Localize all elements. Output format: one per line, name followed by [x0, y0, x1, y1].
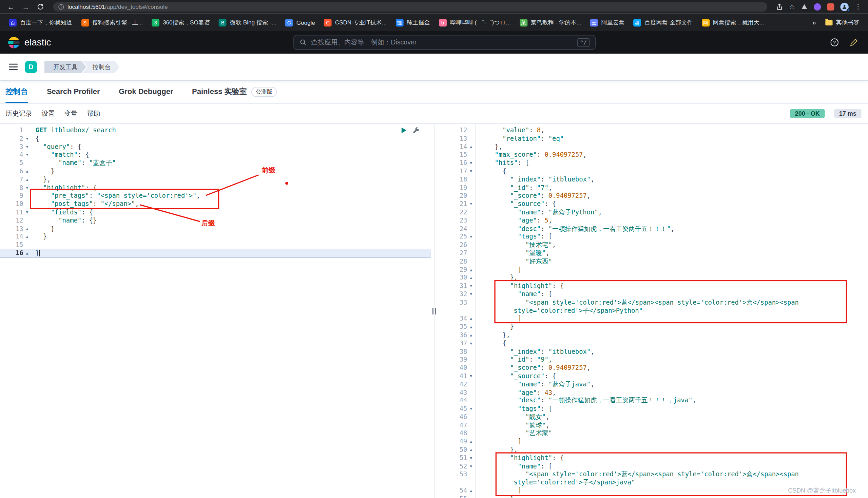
code-line[interactable]: 22 "name": "蓝盒子Python",	[438, 208, 868, 217]
fold-toggle-icon[interactable]: ▴	[23, 249, 31, 257]
code-line[interactable]: 49▴ ]	[438, 437, 868, 446]
tab-grok-debugger[interactable]: Grok Debugger	[119, 80, 173, 103]
code-line[interactable]: 15 "max_score": 0.94097257,	[438, 151, 868, 159]
code-text[interactable]: "_id": "7",	[475, 184, 868, 192]
code-text[interactable]: "highlight": {	[475, 454, 868, 462]
code-line[interactable]: 46 "靓女",	[438, 413, 868, 421]
code-text[interactable]: "name": "蓝盒子"	[31, 159, 431, 167]
code-line[interactable]: 28 "好东西"	[438, 257, 868, 265]
help-icon[interactable]: ?	[830, 38, 839, 47]
bookmark-item[interactable]: 云阿里云盘	[586, 17, 629, 28]
fold-toggle-icon[interactable]: ▾	[467, 167, 475, 175]
code-line[interactable]: 18 "_index": "itbluebox",	[438, 175, 868, 184]
code-text[interactable]: "age": 43,	[475, 389, 868, 396]
code-line[interactable]: 52▾ "name": [	[438, 462, 868, 470]
code-text[interactable]: },	[475, 331, 868, 339]
code-line[interactable]: 40 "_score": 0.94097257,	[438, 364, 868, 372]
bookmark-item[interactable]: 掘稀土掘金	[391, 17, 434, 28]
code-text[interactable]: "name": "蓝盒子java",	[475, 380, 868, 389]
code-line[interactable]: 43 "age": 43,	[438, 389, 868, 396]
code-line[interactable]: 14▴ },	[438, 143, 868, 150]
fold-toggle-icon[interactable]: ▾	[23, 143, 31, 150]
code-line[interactable]: 44 "desc": "一顿操作猛如虎，一看工资两千五！！！，java",	[438, 396, 868, 405]
code-text[interactable]: "_index": "itbluebox",	[475, 175, 868, 184]
back-icon[interactable]: ←	[4, 3, 17, 10]
code-text[interactable]: }	[31, 249, 431, 257]
code-text[interactable]: "post_tags": "</span>",	[31, 200, 431, 208]
code-line[interactable]: 17▾ {	[438, 167, 868, 175]
code-line[interactable]: 11▾ "fields": {	[0, 208, 431, 217]
code-text[interactable]: ]	[475, 437, 868, 446]
code-line[interactable]: 50▴ },	[438, 446, 868, 454]
code-text[interactable]: ]	[475, 266, 868, 274]
fold-toggle-icon[interactable]: ▾	[467, 159, 475, 167]
bookmark-item[interactable]: 百百度一下，你就知道	[4, 17, 77, 28]
code-line[interactable]: 31▾ "highlight": {	[438, 282, 868, 290]
code-text[interactable]: "name": {}	[31, 217, 431, 225]
fold-toggle-icon[interactable]: ▴	[467, 331, 475, 339]
code-line[interactable]: 4▾ "match": {	[0, 151, 431, 159]
code-text[interactable]: "fields": {	[31, 208, 431, 217]
fold-toggle-icon[interactable]: ▴	[467, 437, 475, 446]
code-line[interactable]: 30▴ },	[438, 274, 868, 282]
code-line[interactable]: 5 "name": "蓝盒子"	[0, 159, 431, 167]
menu-hamburger-icon[interactable]	[9, 63, 18, 71]
code-text[interactable]: }	[31, 225, 431, 233]
code-line[interactable]: 27 "温暖",	[438, 249, 868, 257]
code-line[interactable]: 7▴ },	[0, 175, 431, 184]
elastic-brand[interactable]: elastic	[8, 36, 51, 49]
bookmark-item[interactable]: CCSDN-专业IT技术...	[319, 17, 391, 28]
code-text[interactable]: "value": 8,	[475, 126, 868, 134]
code-line[interactable]: 39 "_id": "9",	[438, 355, 868, 364]
code-line[interactable]: 36▴ },	[438, 331, 868, 339]
bookmark-item[interactable]: 3360搜索，SO靠谱	[147, 17, 214, 28]
extension-icon-2[interactable]	[814, 3, 821, 10]
code-text[interactable]: },	[31, 175, 431, 184]
code-text[interactable]: "query": {	[31, 143, 431, 150]
code-text[interactable]: "age": 5,	[475, 217, 868, 225]
extension-icon-3[interactable]	[827, 3, 834, 10]
fold-toggle-icon[interactable]: ▾	[23, 151, 31, 159]
code-line[interactable]: 9 "pre_tags": "<span style='color:red'>"…	[0, 192, 431, 200]
code-line[interactable]: 19 "_id": "7",	[438, 184, 868, 192]
fold-toggle-icon[interactable]: ▴	[23, 225, 31, 233]
fold-toggle-icon[interactable]: ▴	[467, 315, 475, 323]
bookmark-item[interactable]: GGoogle	[281, 17, 319, 28]
code-text[interactable]: "highlight": {	[31, 184, 431, 192]
send-request-button[interactable]	[401, 127, 407, 133]
fold-toggle-icon[interactable]: ▾	[467, 454, 475, 462]
code-text[interactable]: "_score": 0.94097257,	[475, 192, 868, 200]
code-text[interactable]: "_source": {	[475, 200, 868, 208]
code-text[interactable]: "_score": 0.94097257,	[475, 364, 868, 372]
code-line[interactable]: 23 "age": 5,	[438, 217, 868, 225]
menu-variables[interactable]: 变量	[64, 109, 77, 118]
code-line[interactable]: 53 "<span style='color:red'>蓝</span><spa…	[438, 470, 868, 486]
bookmark-item[interactable]: S搜狗搜索引擎 - 上...	[77, 17, 147, 28]
space-avatar[interactable]: D	[25, 61, 37, 73]
code-line[interactable]: 26 "技术宅",	[438, 241, 868, 249]
code-text[interactable]: }	[475, 495, 868, 498]
breadcrumb-dev-tools[interactable]: 开发工具	[44, 61, 87, 73]
code-text[interactable]: "name": "蓝盒子Python",	[475, 208, 868, 217]
share-icon[interactable]	[776, 3, 783, 10]
fold-toggle-icon[interactable]: ▴	[23, 167, 31, 175]
code-line[interactable]: 51▾ "highlight": {	[438, 454, 868, 462]
fold-toggle-icon[interactable]: ▾	[467, 339, 475, 348]
code-text[interactable]: "技术宅",	[475, 241, 868, 249]
browser-menu-icon[interactable]: ⋮	[855, 3, 862, 10]
code-text[interactable]: "_id": "9",	[475, 355, 868, 364]
response-viewer[interactable]: 12 "value": 8,13 "relation": "eq"14▴ },1…	[438, 124, 868, 498]
code-line[interactable]: 34▴ ]	[438, 315, 868, 323]
code-text[interactable]: GET itbluebox/_search	[31, 126, 431, 134]
code-line[interactable]: 47 "篮球",	[438, 421, 868, 429]
fold-toggle-icon[interactable]: ▾	[467, 282, 475, 290]
other-bookmarks-folder[interactable]: 其他书签	[821, 17, 864, 28]
code-text[interactable]: "pre_tags": "<span style='color:red'>",	[31, 192, 431, 200]
menu-help[interactable]: 帮助	[87, 109, 100, 118]
code-line[interactable]: 12 "value": 8,	[438, 126, 868, 134]
code-text[interactable]: "match": {	[31, 151, 431, 159]
code-text[interactable]: ]	[475, 315, 868, 323]
fold-toggle-icon[interactable]: ▴	[467, 446, 475, 454]
code-text[interactable]: "desc": "一顿操作猛如虎，一看工资两千五！！！，java",	[475, 396, 868, 405]
code-line[interactable]: 33 "<span style='color:red'>蓝</span><spa…	[438, 298, 868, 314]
